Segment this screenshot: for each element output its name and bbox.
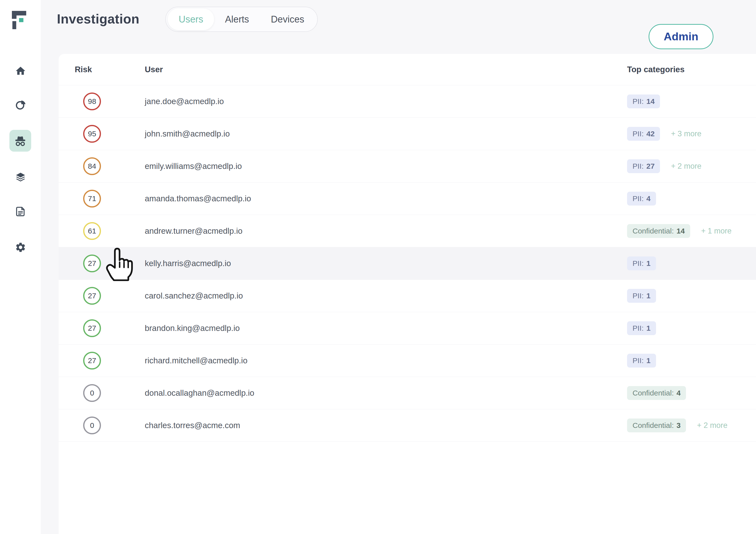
- table-row[interactable]: 98 jane.doe@acmedlp.io PII:14: [59, 85, 756, 118]
- user-email: donal.ocallaghan@acmedlp.io: [145, 388, 627, 398]
- category-badge: PII:1: [627, 354, 656, 368]
- category-badge: PII:14: [627, 94, 660, 108]
- category-badge: PII:1: [627, 257, 656, 270]
- brand-logo-icon: [12, 11, 27, 29]
- user-email: andrew.turner@acmedlp.io: [145, 226, 627, 236]
- more-categories-link[interactable]: + 2 more: [671, 162, 701, 171]
- user-email: jane.doe@acmedlp.io: [145, 97, 627, 106]
- sidebar-item-analytics[interactable]: [15, 99, 26, 111]
- user-email: brandon.king@acmedlp.io: [145, 323, 627, 333]
- category-badge: PII:42: [627, 127, 660, 141]
- sidebar-item-investigation[interactable]: [10, 130, 31, 152]
- sidebar-item-settings[interactable]: [15, 242, 26, 253]
- users-table-card: Risk User Top categories 98 jane.doe@acm…: [59, 54, 756, 534]
- page-title: Investigation: [57, 12, 139, 26]
- category-badge: PII:1: [627, 321, 656, 335]
- column-header-top-categories: Top categories: [627, 65, 756, 74]
- user-email: charles.torres@acme.com: [145, 421, 627, 430]
- gear-icon: [15, 242, 26, 253]
- user-email: carol.sanchez@acmedlp.io: [145, 291, 627, 300]
- column-header-risk: Risk: [59, 65, 145, 74]
- risk-score-badge: 84: [83, 157, 101, 175]
- category-badge: Confidential:3: [627, 419, 686, 432]
- table-row[interactable]: 0 charles.torres@acme.com Confidential:3…: [59, 409, 756, 442]
- user-email: amanda.thomas@acmedlp.io: [145, 194, 627, 203]
- risk-score-badge: 27: [83, 255, 101, 272]
- table-row[interactable]: 27 richard.mitchell@acmedlp.io PII:1: [59, 344, 756, 377]
- table-row[interactable]: 95 john.smith@acmedlp.io PII:42 + 3 more: [59, 118, 756, 150]
- column-header-user: User: [145, 65, 627, 74]
- brand-logo[interactable]: [12, 11, 27, 29]
- tab-users[interactable]: Users: [168, 9, 214, 30]
- risk-score-badge: 27: [83, 287, 101, 305]
- category-badge: PII:27: [627, 159, 660, 173]
- admin-button[interactable]: Admin: [649, 24, 714, 49]
- table-row[interactable]: 0 donal.ocallaghan@acmedlp.io Confidenti…: [59, 377, 756, 409]
- risk-score-badge: 0: [83, 417, 101, 434]
- risk-score-badge: 0: [83, 384, 101, 402]
- sidebar: [0, 0, 41, 534]
- table-row[interactable]: 61 andrew.turner@acmedlp.io Confidential…: [59, 215, 756, 247]
- user-email: richard.mitchell@acmedlp.io: [145, 356, 627, 365]
- user-email: kelly.harris@acmedlp.io: [145, 259, 627, 268]
- risk-score-badge: 71: [83, 190, 101, 208]
- more-categories-link[interactable]: + 2 more: [697, 421, 727, 430]
- risk-score-badge: 61: [83, 222, 101, 240]
- sidebar-item-reports[interactable]: [15, 206, 26, 217]
- document-icon: [15, 206, 26, 217]
- category-badge: Confidential:4: [627, 386, 686, 400]
- tab-devices[interactable]: Devices: [260, 7, 315, 31]
- category-badge: PII:1: [627, 289, 656, 303]
- table-row[interactable]: 71 amanda.thomas@acmedlp.io PII:4: [59, 183, 756, 215]
- tab-group: Users Alerts Devices: [165, 7, 318, 32]
- more-categories-link[interactable]: + 3 more: [671, 129, 701, 138]
- table-row[interactable]: 27 brandon.king@acmedlp.io PII:1: [59, 312, 756, 344]
- sidebar-item-home[interactable]: [15, 65, 26, 77]
- tab-alerts[interactable]: Alerts: [214, 7, 260, 31]
- incognito-icon: [14, 134, 27, 148]
- risk-score-badge: 95: [83, 125, 101, 143]
- layers-icon: [15, 171, 26, 183]
- more-categories-link[interactable]: + 1 more: [701, 227, 732, 236]
- sidebar-item-layers[interactable]: [15, 171, 26, 183]
- user-email: emily.williams@acmedlp.io: [145, 162, 627, 171]
- category-badge: PII:4: [627, 192, 656, 206]
- pie-chart-icon: [15, 99, 26, 111]
- user-email: john.smith@acmedlp.io: [145, 129, 627, 139]
- table-row[interactable]: 27 carol.sanchez@acmedlp.io PII:1: [59, 280, 756, 312]
- risk-score-badge: 27: [83, 319, 101, 337]
- risk-score-badge: 27: [83, 352, 101, 369]
- category-badge: Confidential:14: [627, 224, 690, 238]
- table-row-hovered[interactable]: 27 kelly.harris@acmedlp.io PII:1: [59, 247, 756, 280]
- table-row[interactable]: 84 emily.williams@acmedlp.io PII:27 + 2 …: [59, 150, 756, 183]
- table-header-row: Risk User Top categories: [59, 54, 756, 85]
- home-icon: [15, 65, 26, 77]
- risk-score-badge: 98: [83, 92, 101, 110]
